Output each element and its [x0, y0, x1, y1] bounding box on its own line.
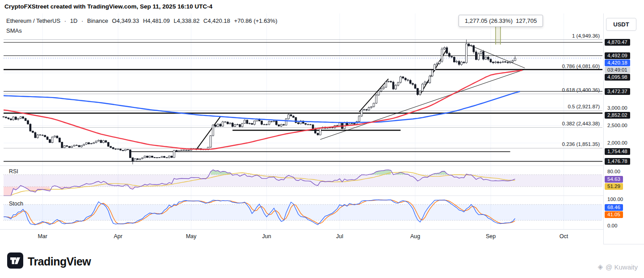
ohlc-close: C4,420.18: [203, 17, 230, 24]
time-axis-label: Oct: [560, 233, 568, 240]
rsi-pane-label[interactable]: RSI: [9, 168, 18, 175]
axis-value-label: 80.00: [605, 168, 623, 175]
fib-level-label: 0.382 (2,443.38): [562, 121, 600, 126]
time-axis-label: Aug: [410, 233, 420, 240]
axis-value-label: 0.00: [605, 222, 620, 229]
price-axis[interactable]: USDT 4,870.474,492.094,420.1803:49:014,0…: [603, 13, 644, 244]
stoch-pane-label[interactable]: Stoch: [9, 201, 23, 207]
axis-value-label: 4,095.98: [605, 74, 630, 81]
time-axis-label: May: [186, 233, 197, 240]
axis-value-label: 2,852.02: [605, 112, 630, 119]
diamond-icon: ◈: [598, 263, 603, 271]
axis-value-label: 4,870.47: [605, 39, 630, 46]
attribution-text: CryptoFXStreet created with TradingView.…: [4, 3, 212, 10]
time-axis-label: Jul: [336, 233, 343, 240]
axis-value-label: 54.63: [605, 176, 623, 183]
axis-value-label: 68.46: [605, 204, 623, 211]
symbol-title[interactable]: Ethereum / TetherUS: [6, 17, 60, 24]
ohlc-open: O4,349.33: [112, 17, 139, 24]
ohlc-high: H4,481.09: [143, 17, 170, 24]
footer: TradingView ◈ @ Kuwaity: [0, 244, 644, 278]
watermark-text: @ Kuwaity: [606, 263, 638, 271]
time-axis-label: Sep: [486, 233, 496, 240]
currency-button[interactable]: USDT: [606, 18, 636, 31]
axis-value-label: 2,000.00: [605, 140, 630, 146]
watermark: ◈ @ Kuwaity: [598, 263, 638, 271]
indicator-label-smas[interactable]: SMAs: [6, 27, 22, 34]
axis-value-label: 4,492.09: [605, 52, 630, 59]
chart-legend: Ethereum / TetherUS · 1D · Binance O4,34…: [6, 17, 280, 24]
axis-value-label: 41.05: [605, 211, 623, 218]
legend-separator: ·: [81, 17, 83, 24]
price-change: +70.86 (+1.63%): [234, 17, 278, 24]
axis-value-label: 3,472.37: [605, 88, 630, 95]
tradingview-brand[interactable]: TradingView: [7, 252, 91, 270]
axis-value-label: 51.29: [605, 183, 623, 190]
exchange-label[interactable]: Binance: [87, 17, 108, 24]
interval-label[interactable]: 1D: [70, 17, 78, 24]
axis-value-label: 100.00: [605, 196, 626, 203]
axis-value-label: 2,500.00: [605, 122, 630, 129]
tradingview-logo-icon: [7, 252, 23, 270]
countdown-label: 03:49:01: [605, 67, 630, 73]
chart-plot[interactable]: [0, 13, 644, 244]
attribution-bar: CryptoFXStreet created with TradingView.…: [0, 0, 644, 13]
fib-level-label: 0.5 (2,921.87): [568, 104, 600, 109]
time-axis[interactable]: MarAprMayJunJulAugSepOct: [0, 229, 603, 244]
fib-level-label: 0.236 (1,851.35): [562, 141, 600, 147]
tradingview-wordmark: TradingView: [28, 255, 91, 268]
tradingview-chart-screenshot: CryptoFXStreet created with TradingView.…: [0, 0, 644, 278]
time-axis-label: Mar: [38, 233, 47, 240]
time-axis-label: Apr: [114, 233, 122, 240]
fib-level-label: 1 (4,949.36): [572, 33, 600, 38]
fib-level-label: 0.618 (3,400.36): [562, 87, 600, 93]
axis-value-label: 1,754.48: [605, 148, 630, 155]
time-axis-label: Jun: [262, 233, 271, 240]
ohlc-low: L4,338.82: [174, 17, 200, 24]
legend-separator: ·: [64, 17, 66, 24]
axis-value-label: 3,000.00: [605, 105, 630, 111]
range-measure-tooltip: 1,277.05 (26.33%) 127,705: [459, 15, 543, 27]
current-price-label: 4,420.18: [605, 60, 630, 66]
chart-area[interactable]: Ethereum / TetherUS · 1D · Binance O4,34…: [0, 13, 644, 244]
axis-value-label: 1,476.78: [605, 158, 630, 165]
fib-level-label: 0.786 (4,081.60): [562, 64, 600, 69]
